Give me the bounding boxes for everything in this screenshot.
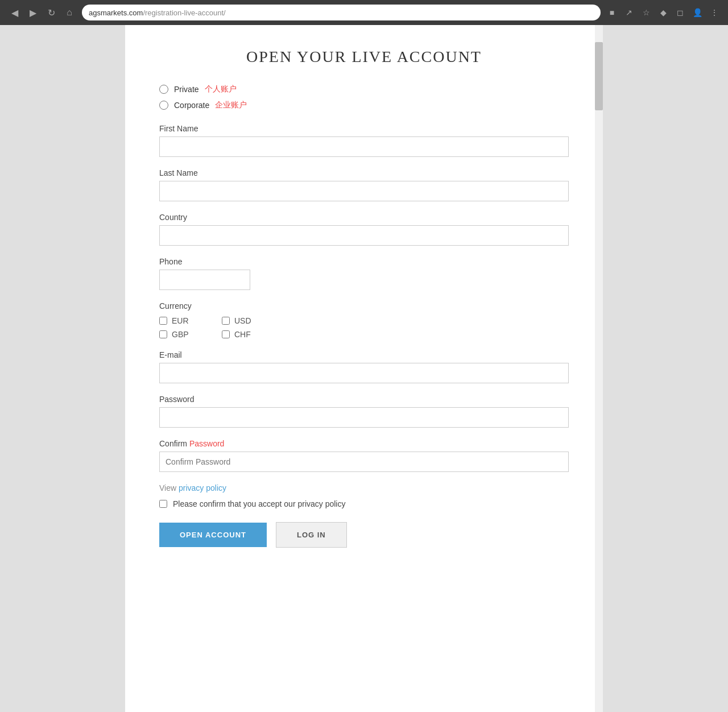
first-name-input[interactable] [159, 136, 569, 157]
confirm-password-input[interactable] [159, 452, 569, 472]
page-wrapper: • OPEN YOUR LIVE ACCOUNT Private 个人账户 Co… [0, 25, 728, 712]
first-name-label: First Name [159, 124, 569, 133]
browser-nav-buttons: ◀ ▶ ↻ ⌂ [7, 5, 77, 20]
chf-checkbox[interactable] [222, 330, 230, 338]
profile-icon[interactable]: 👤 [690, 6, 704, 19]
account-type-section: Private 个人账户 Corporate 企业账户 [159, 84, 569, 110]
menu-icon[interactable]: ⋮ [708, 6, 721, 19]
url-domain: agsmarkets.com [89, 9, 143, 17]
reload-button[interactable]: ↻ [43, 5, 59, 20]
url-path: /registration-live-account/ [143, 9, 225, 17]
eur-option[interactable]: EUR [159, 316, 210, 325]
chf-label: CHF [234, 330, 251, 339]
bookmark-icon[interactable]: ☆ [639, 6, 653, 19]
private-label-chinese: 个人账户 [205, 84, 237, 94]
last-name-label: Last Name [159, 168, 569, 177]
country-label: Country [159, 213, 569, 222]
privacy-checkbox[interactable] [159, 500, 167, 508]
email-group: E-mail [159, 350, 569, 383]
private-radio[interactable] [159, 85, 168, 94]
content-panel: OPEN YOUR LIVE ACCOUNT Private 个人账户 Corp… [125, 25, 603, 712]
last-name-input[interactable] [159, 181, 569, 201]
scrollbar[interactable] [595, 25, 603, 712]
corporate-label-chinese: 企业账户 [215, 100, 247, 110]
browser-chrome: ◀ ▶ ↻ ⌂ agsmarkets.com /registration-liv… [0, 0, 728, 25]
corporate-account-option[interactable]: Corporate 企业账户 [159, 100, 569, 110]
confirm-label-normal: Confirm [159, 439, 187, 448]
usd-label: USD [234, 316, 251, 325]
private-label: Private [174, 85, 199, 94]
login-button[interactable]: LOG IN [276, 522, 347, 548]
screenshot-icon[interactable]: ■ [605, 6, 619, 19]
confirm-label-highlight: Password [187, 439, 224, 448]
gbp-checkbox[interactable] [159, 330, 167, 338]
back-button[interactable]: ◀ [7, 5, 23, 20]
confirm-password-label: Confirm Password [159, 439, 569, 448]
privacy-policy-link[interactable]: privacy policy [179, 483, 226, 492]
first-name-group: First Name [159, 124, 569, 157]
password-input[interactable] [159, 407, 569, 428]
last-name-group: Last Name [159, 168, 569, 201]
privacy-link-container: View privacy policy [159, 483, 569, 492]
password-label: Password [159, 395, 569, 404]
browser-actions: ■ ↗ ☆ ◆ ◻ 👤 ⋮ [605, 6, 721, 19]
privacy-link-text: View [159, 483, 179, 492]
password-group: Password [159, 395, 569, 428]
usd-option[interactable]: USD [222, 316, 273, 325]
phone-group: Phone [159, 257, 569, 290]
currency-section: Currency EUR USD GBP CHF [159, 301, 569, 339]
phone-input[interactable] [159, 270, 250, 290]
corporate-radio[interactable] [159, 101, 168, 110]
country-input[interactable] [159, 225, 569, 246]
extensions-icon[interactable]: ◆ [656, 6, 670, 19]
gbp-option[interactable]: GBP [159, 330, 210, 339]
scrollbar-thumb[interactable] [595, 42, 603, 110]
eur-checkbox[interactable] [159, 317, 167, 325]
address-bar[interactable]: agsmarkets.com /registration-live-accoun… [82, 5, 601, 20]
forward-button[interactable]: ▶ [25, 5, 41, 20]
home-button[interactable]: ⌂ [61, 5, 77, 20]
eur-label: EUR [172, 316, 189, 325]
chf-option[interactable]: CHF [222, 330, 273, 339]
corporate-label: Corporate [174, 101, 209, 110]
share-icon[interactable]: ↗ [622, 6, 636, 19]
page-title: OPEN YOUR LIVE ACCOUNT [159, 48, 569, 66]
currency-options: EUR USD GBP CHF [159, 316, 273, 339]
privacy-checkbox-row: Please confirm that you accept our priva… [159, 499, 569, 508]
open-account-button[interactable]: OPEN ACCOUNT [159, 523, 267, 547]
currency-label: Currency [159, 301, 569, 311]
gbp-label: GBP [172, 330, 189, 339]
usd-checkbox[interactable] [222, 317, 230, 325]
confirm-password-group: Confirm Password [159, 439, 569, 472]
window-icon[interactable]: ◻ [673, 6, 687, 19]
buttons-row: OPEN ACCOUNT LOG IN [159, 522, 569, 548]
privacy-checkbox-label[interactable]: Please confirm that you accept our priva… [173, 499, 345, 508]
country-group: Country [159, 213, 569, 246]
private-account-option[interactable]: Private 个人账户 [159, 84, 569, 94]
email-label: E-mail [159, 350, 569, 359]
email-input[interactable] [159, 363, 569, 383]
phone-label: Phone [159, 257, 569, 266]
